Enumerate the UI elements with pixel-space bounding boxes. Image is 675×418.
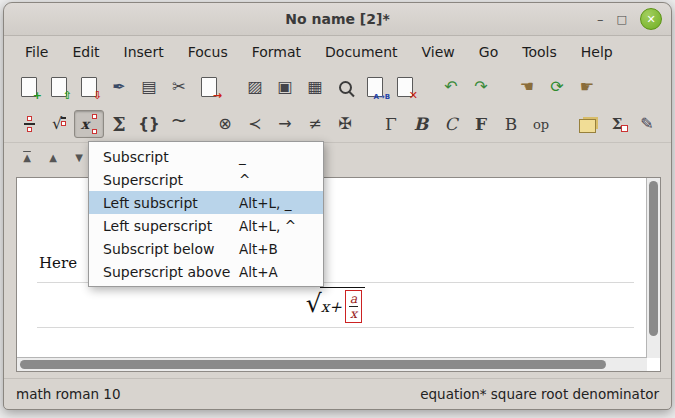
brackets-button[interactable]: {} — [134, 110, 164, 138]
back-button[interactable]: ☚ — [512, 73, 542, 101]
scripts-button[interactable]: x — [74, 110, 104, 138]
app-window: No name [2]* – □ ✕ FileEditInsertFocusFo… — [3, 2, 672, 410]
toolbar-group: √xΣ{}~ — [14, 110, 194, 138]
horizontal-scrollbar[interactable] — [17, 357, 647, 371]
new-document-button[interactable]: + — [14, 73, 44, 101]
wide-accent-button[interactable]: ~ — [164, 110, 194, 138]
equation[interactable]: √ x+ a x — [306, 287, 365, 324]
screen: No name [2]* – □ ✕ FileEditInsertFocusFo… — [0, 0, 675, 418]
window-controls: – □ ✕ — [597, 8, 671, 30]
redo-icon: ↷ — [474, 79, 487, 95]
minimize-button[interactable]: – — [597, 13, 604, 26]
fraction-button[interactable] — [14, 110, 44, 138]
sheets-icon — [579, 119, 596, 133]
badge-icon: + — [33, 90, 42, 101]
replace-button[interactable]: A→B — [360, 73, 390, 101]
brackets-icon: {} — [138, 117, 159, 132]
menu-file[interactable]: File — [14, 40, 59, 64]
paste-button[interactable]: ▣ — [270, 73, 300, 101]
symbol-palette-button[interactable] — [572, 110, 602, 138]
focus-top-icon: ▲ — [23, 153, 31, 163]
focus-up-button[interactable]: ▲ — [40, 147, 66, 169]
reload-button[interactable]: ⟳ — [542, 73, 572, 101]
menu-item-subscript[interactable]: Subscript_ — [89, 145, 323, 168]
toolbar-group: ΓBCFBop — [376, 110, 556, 138]
page-icon: ⇧ — [51, 77, 67, 97]
menu-edit[interactable]: Edit — [61, 40, 110, 64]
focus-top-button[interactable]: ▲ — [14, 147, 40, 169]
menu-item-subscript-below[interactable]: Subscript belowAlt+B — [89, 237, 323, 260]
menu-document[interactable]: Document — [314, 40, 409, 64]
close-button[interactable]: ✕ — [640, 8, 662, 30]
maximize-button[interactable]: □ — [617, 14, 627, 25]
menu-insert[interactable]: Insert — [113, 40, 175, 64]
badge-icon: ⇧ — [63, 90, 72, 101]
clipboard-button[interactable]: ▦ — [300, 73, 330, 101]
equation-tools-button[interactable]: Σ — [602, 110, 632, 138]
bold-letters-button[interactable]: B — [406, 110, 436, 138]
badge-icon: ✕ — [409, 90, 418, 101]
arrow-symbol-icon: → — [278, 116, 291, 132]
clipboard-icon: ▦ — [307, 79, 322, 95]
fraction-icon — [24, 116, 35, 132]
greek-letters-button[interactable]: Γ — [376, 110, 406, 138]
vertical-scrollbar-thumb[interactable] — [649, 181, 658, 336]
vertical-scrollbar[interactable] — [646, 178, 660, 358]
redo-button[interactable]: ↷ — [466, 73, 496, 101]
fraction-cursor-box[interactable]: a x — [345, 290, 362, 324]
pen-tools-button[interactable]: ✎ — [632, 110, 662, 138]
open-document-button[interactable]: ⇧ — [44, 73, 74, 101]
negation-symbol-button[interactable]: ≠ — [300, 110, 330, 138]
menu-item-superscript-above[interactable]: Superscript aboveAlt+A — [89, 260, 323, 283]
copy-button[interactable]: ▨ — [240, 73, 270, 101]
status-left: math roman 10 — [16, 386, 121, 402]
cut-button[interactable]: ✂ — [164, 73, 194, 101]
operator-name-button[interactable]: op — [526, 110, 556, 138]
page-icon: ✕ — [397, 77, 413, 97]
print-button[interactable]: ▤ — [134, 73, 164, 101]
menu-item-shortcut: Alt+L, ^ — [239, 218, 313, 234]
forward-icon: ☛ — [580, 79, 594, 95]
save-document-button[interactable]: ⇩ — [74, 73, 104, 101]
spell-button[interactable]: ✕ — [390, 73, 420, 101]
menu-tools[interactable]: Tools — [511, 40, 568, 64]
menu-focus[interactable]: Focus — [177, 40, 239, 64]
back-icon: ☚ — [520, 79, 534, 95]
misc-symbol-button[interactable]: ✠ — [330, 110, 360, 138]
menu-item-left-subscript[interactable]: Left subscriptAlt+L, _ — [89, 191, 323, 214]
calligraphic-letters-button[interactable]: C — [436, 110, 466, 138]
badge-icon: A→B — [373, 94, 390, 101]
relation-symbol-button[interactable]: ≺ — [240, 110, 270, 138]
operator-symbol-button[interactable]: ⊗ — [210, 110, 240, 138]
titlebar[interactable]: No name [2]* – □ ✕ — [4, 3, 671, 36]
edit-tools-icon: ✒ — [112, 79, 125, 95]
toolbar-overflow-button[interactable]: » — [662, 110, 672, 138]
sqrt-icon: √ — [52, 116, 66, 132]
export-button[interactable]: → — [194, 73, 224, 101]
blackboard-letters-button[interactable]: B — [496, 110, 526, 138]
operator-name-icon: op — [533, 118, 549, 131]
arrow-symbol-button[interactable]: → — [270, 110, 300, 138]
menu-item-superscript[interactable]: Superscript^ — [89, 168, 323, 191]
menu-view[interactable]: View — [411, 40, 466, 64]
search-button[interactable] — [330, 73, 360, 101]
horizontal-scrollbar-thumb[interactable] — [20, 360, 606, 369]
menu-item-label: Left subscript — [103, 195, 239, 211]
menu-help[interactable]: Help — [570, 40, 624, 64]
menu-item-shortcut: Alt+A — [239, 264, 313, 280]
fraktur-letters-button[interactable]: F — [466, 110, 496, 138]
menu-format[interactable]: Format — [241, 40, 312, 64]
wide-accent-icon: ~ — [171, 110, 188, 130]
menu-item-label: Left superscript — [103, 218, 239, 234]
square-root-button[interactable]: √ — [44, 110, 74, 138]
forward-button[interactable]: ☛ — [572, 73, 602, 101]
menu-go[interactable]: Go — [468, 40, 509, 64]
edit-tools-button[interactable]: ✒ — [104, 73, 134, 101]
magnifier-icon — [339, 81, 352, 94]
undo-button[interactable]: ↶ — [436, 73, 466, 101]
toolbar-group: ↶↷ — [436, 73, 496, 101]
menu-item-label: Superscript — [103, 172, 239, 188]
big-operator-button[interactable]: Σ — [104, 110, 134, 138]
page-icon: + — [21, 77, 37, 97]
menu-item-left-superscript[interactable]: Left superscriptAlt+L, ^ — [89, 214, 323, 237]
